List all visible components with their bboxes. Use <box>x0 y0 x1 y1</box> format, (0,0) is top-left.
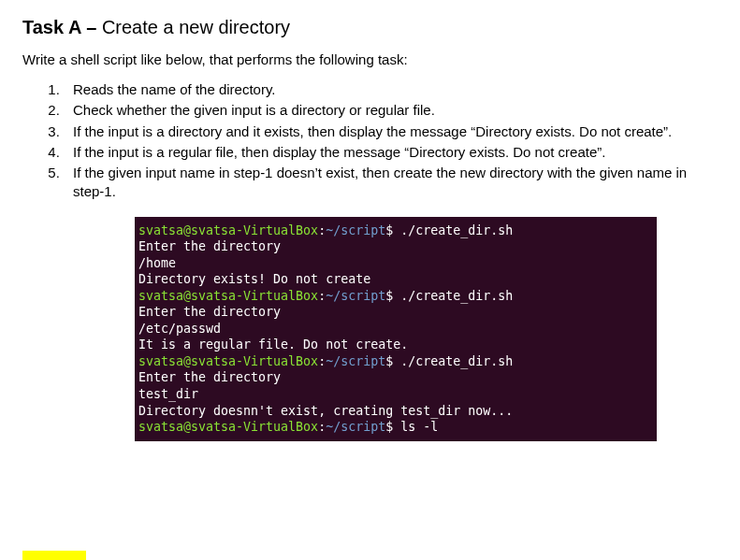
terminal-separator: : <box>318 420 326 434</box>
terminal-command: ./create_dir.sh <box>400 223 513 237</box>
terminal-separator: : <box>318 223 326 237</box>
terminal-output-text: /etc/passwd <box>138 322 221 336</box>
step-item: If the given input name in step-1 doesn’… <box>64 164 718 202</box>
terminal-command: ls -l <box>400 420 438 434</box>
terminal-line: svatsa@svatsa-VirtualBox:~/script$ ./cre… <box>138 353 653 370</box>
terminal-output-text: Directory exists! Do not create <box>138 272 370 286</box>
terminal-output-text: It is a regular file. Do not create. <box>138 337 408 352</box>
terminal-line: test_dir <box>138 386 653 403</box>
step-item: If the input is a directory and it exist… <box>64 122 718 141</box>
terminal-command: ./create_dir.sh <box>400 289 513 303</box>
highlight-marker <box>22 551 86 560</box>
terminal-line: Enter the directory <box>138 304 653 321</box>
task-title: Task A – Create a new directory <box>22 17 718 38</box>
terminal-dollar: $ <box>385 420 400 434</box>
terminal-output-text: test_dir <box>138 387 198 401</box>
steps-list: Reads the name of the directory. Check w… <box>22 80 718 202</box>
terminal-path: ~/script <box>326 223 385 237</box>
task-title-dash: – <box>81 17 102 37</box>
terminal-output-text: Enter the directory <box>138 370 281 384</box>
terminal-output-text: /home <box>138 256 176 270</box>
task-title-name: Create a new directory <box>102 17 290 37</box>
terminal-command: ./create_dir.sh <box>400 354 513 368</box>
step-item: If the input is a regular file, then dis… <box>64 143 718 162</box>
terminal-separator: : <box>318 289 326 303</box>
terminal-line: Enter the directory <box>138 238 653 255</box>
terminal-output: svatsa@svatsa-VirtualBox:~/script$ ./cre… <box>135 217 657 441</box>
terminal-output-text: Enter the directory <box>138 239 281 253</box>
terminal-path: ~/script <box>326 289 385 303</box>
terminal-line: /etc/passwd <box>138 321 653 337</box>
intro-text: Write a shell script like below, that pe… <box>22 51 718 67</box>
terminal-path: ~/script <box>326 354 385 368</box>
terminal-line: It is a regular file. Do not create. <box>138 337 653 353</box>
terminal-output-text: Enter the directory <box>138 305 281 319</box>
terminal-line: Directory exists! Do not create <box>138 271 653 288</box>
step-item: Check whether the given input is a direc… <box>64 101 718 120</box>
terminal-user: svatsa@svatsa-VirtualBox <box>138 223 318 237</box>
page: Task A – Create a new directory Write a … <box>0 0 740 560</box>
terminal-path: ~/script <box>326 420 385 434</box>
terminal-output-text: Directory doesnn't exist, creating test_… <box>138 404 513 418</box>
terminal-line: svatsa@svatsa-VirtualBox:~/script$ ./cre… <box>138 288 653 305</box>
task-title-label: Task A <box>22 17 81 37</box>
step-item: Reads the name of the directory. <box>64 80 718 99</box>
terminal-line: Enter the directory <box>138 369 653 386</box>
terminal-user: svatsa@svatsa-VirtualBox <box>138 289 318 303</box>
terminal-separator: : <box>318 354 326 368</box>
terminal-line: Directory doesnn't exist, creating test_… <box>138 403 653 420</box>
terminal-user: svatsa@svatsa-VirtualBox <box>138 354 318 368</box>
terminal-line: svatsa@svatsa-VirtualBox:~/script$ ls -l <box>138 419 653 436</box>
terminal-line: /home <box>138 255 653 272</box>
terminal-user: svatsa@svatsa-VirtualBox <box>138 420 318 434</box>
terminal-dollar: $ <box>385 223 400 237</box>
terminal-dollar: $ <box>385 289 400 303</box>
terminal-line: svatsa@svatsa-VirtualBox:~/script$ ./cre… <box>138 223 653 239</box>
terminal-dollar: $ <box>385 354 400 368</box>
